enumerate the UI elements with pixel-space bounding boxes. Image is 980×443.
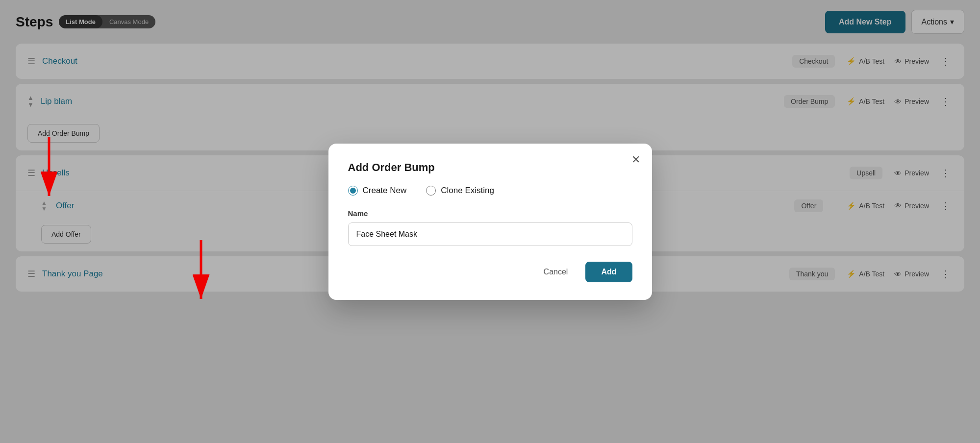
name-field-label: Name	[348, 209, 632, 218]
create-new-label: Create New	[363, 186, 407, 196]
modal-close-button[interactable]: ✕	[631, 153, 640, 166]
cancel-button[interactable]: Cancel	[534, 263, 578, 281]
radio-group: Create New Clone Existing	[348, 186, 632, 196]
modal-overlay: ✕ Add Order Bump Create New Clone Existi…	[0, 0, 980, 443]
clone-existing-option[interactable]: Clone Existing	[426, 186, 494, 196]
modal-title: Add Order Bump	[348, 161, 632, 174]
create-new-radio[interactable]	[348, 186, 358, 196]
modal-footer: Cancel Add	[348, 262, 632, 282]
add-order-bump-modal: ✕ Add Order Bump Create New Clone Existi…	[328, 144, 652, 300]
create-new-option[interactable]: Create New	[348, 186, 407, 196]
name-input[interactable]	[348, 222, 632, 246]
clone-existing-label: Clone Existing	[441, 186, 494, 196]
clone-existing-radio[interactable]	[426, 186, 436, 196]
add-button[interactable]: Add	[585, 262, 632, 282]
